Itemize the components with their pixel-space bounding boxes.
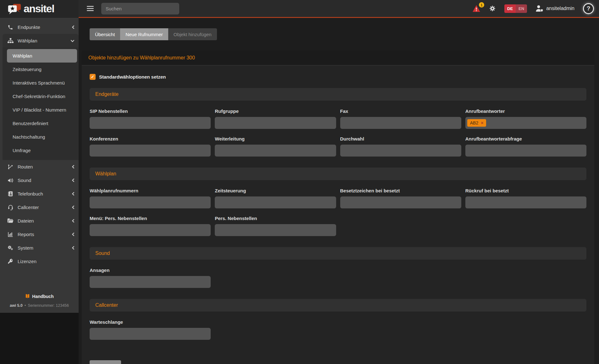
tag-remove-icon[interactable]: × [481,121,483,125]
submenu-item-nachtschaltung[interactable]: Nachtschaltung [7,130,77,144]
sidebar-item-reports[interactable]: Reports [0,228,79,241]
speech-bubble-star-icon [8,3,21,15]
field-label: Pers. Nebenstellen [215,216,336,221]
username: ansiteladmin [546,6,574,11]
standard-options-label: Standardwähloptionen setzen [99,74,166,80]
sidebar-item-lizenzen[interactable]: Lizenzen [0,255,79,268]
tab-uebersicht[interactable]: Übersicht [90,28,120,40]
hamburger-menu-icon[interactable] [87,6,94,11]
field-weiterleitung: Weiterleitung [215,136,336,157]
submenu-item-vip-blacklist[interactable]: VIP / Blacklist - Nummern [7,103,77,117]
field-pers-nebenstellen: Pers. Nebenstellen [215,216,336,236]
waehlplan-submenu: Wählplan Zeitsteuerung Interaktives Spra… [3,47,79,160]
headset-icon [7,204,14,210]
bar-chart-icon [7,232,14,237]
standard-options-checkbox[interactable]: ✓ [90,74,96,80]
field-input-durchwahl[interactable] [340,145,461,157]
submenu-item-umfrage[interactable]: Umfrage [7,144,77,157]
field-label: Konferenzen [90,136,211,141]
standard-options-row: ✓ Standardwähloptionen setzen [90,74,586,80]
field-input-ansagen[interactable] [90,276,211,288]
section-header-sound: Sound [90,247,586,260]
field-menu-pers-nebenstellen: Menü: Pers. Nebenstellen [90,216,211,236]
submenu-item-benutzerdefiniert[interactable]: Benutzerdefiniert [7,117,77,130]
user-menu[interactable]: ansiteladmin [535,5,574,12]
submenu-item-interaktives-sprachmenu[interactable]: Interaktives Sprachmenü [7,76,77,90]
alerts-button[interactable]: 1 [472,5,480,12]
field-durchwahl: Durchwahl [340,136,461,157]
field-input-anrufbeantworter[interactable]: AB2 × [465,117,586,129]
selected-tag-ab2[interactable]: AB2 × [467,119,486,127]
topbar-main: 1 DE EN [79,0,599,18]
address-book-icon [7,191,14,197]
tab-neue-rufnummer[interactable]: Neue Rufnummer [120,28,168,40]
field-rueckruf: Rückruf bei besetzt [465,188,586,208]
sidebar-item-label: Lizenzen [18,259,36,264]
field-input-warteschlange[interactable] [90,328,211,340]
field-anrufbeantworterabfrage: Anrufbeantworterabfrage [465,136,586,157]
field-input-menu-pers-nebenstellen[interactable] [90,224,211,236]
submenu-item-zeitsteuerung[interactable]: Zeitsteuerung [7,63,77,76]
submit-button[interactable]: Absenden [90,360,121,364]
app-window: ansitel 1 [0,0,599,364]
topbar-actions: 1 DE EN [472,3,593,14]
field-label: Fax [340,108,461,114]
field-sip-nebenstellen: SIP Nebenstellen [90,108,211,129]
chevron-left-icon [72,165,75,169]
section-header-callcenter: Callcenter [90,299,586,312]
language-switch: DE EN [504,4,527,13]
phone-icon [7,25,14,30]
field-ansagen: Ansagen [90,267,211,288]
chevron-left-icon [72,246,75,250]
field-input-zeitsteuerung[interactable] [215,196,336,208]
form-panel: Objekte hinzufügen zu Wählplanrufnummer … [82,51,594,364]
field-input-sip-nebenstellen[interactable] [90,117,211,129]
field-input-waehlplanrufnummern[interactable] [90,196,211,208]
field-label: Ansagen [90,267,211,273]
field-anrufbeantworter: Anrufbeantworter AB2 × [465,108,586,129]
sidebar-item-label: System [18,245,33,251]
sidebar-item-system[interactable]: System [0,241,79,255]
field-label: Zeitsteuerung [215,188,336,193]
field-input-anrufbeantworterabfrage[interactable] [465,145,586,157]
brand-logo[interactable]: ansitel [0,0,79,18]
version-info: awi 5.0•Seriennummer: 123456 [0,303,79,308]
sidebar-item-label: Routen [18,164,33,169]
section-fields-endgeraete: SIP Nebenstellen Rufgruppe Fax Anru [90,108,586,157]
field-input-fax[interactable] [340,117,461,129]
field-input-pers-nebenstellen[interactable] [215,224,336,236]
language-en-button[interactable]: EN [516,4,527,13]
section-header-endgeraete: Endgeräte [90,88,586,101]
sidebar-item-routen[interactable]: Routen [0,160,79,174]
sidebar-item-telefonbuch[interactable]: Telefonbuch [0,187,79,201]
field-besetztzeichen: Besetztzeichen bei besetzt [340,188,461,208]
submenu-item-chef-sekretaerin[interactable]: Chef-Sekretärin-Funktion [7,90,77,103]
chevron-left-icon [72,205,75,209]
field-input-rueckruf[interactable] [465,196,586,208]
field-input-besetztzeichen[interactable] [340,196,461,208]
sidebar-item-waehlplan[interactable]: Wählplan [3,34,79,47]
sidebar-item-sound[interactable]: Sound [0,174,79,187]
sidebar-item-label: Telefonbuch [18,191,43,196]
field-label: Anrufbeantworterabfrage [465,136,586,141]
field-input-weiterleitung[interactable] [215,145,336,157]
field-warteschlange: Warteschlange [90,319,211,340]
search-input[interactable] [101,3,179,14]
sidebar-item-callcenter[interactable]: Callcenter [0,201,79,214]
language-de-button[interactable]: DE [504,4,516,13]
book-icon [25,294,30,299]
sidebar-item-dateien[interactable]: Dateien [0,214,79,228]
field-rufgruppe: Rufgruppe [215,108,336,129]
serial-number: Seriennummer: 123456 [28,303,69,308]
submenu-item-waehlplan[interactable]: Wählplan [7,49,77,63]
field-input-rufgruppe[interactable] [215,117,336,129]
field-input-konferenzen[interactable] [90,145,211,157]
manual-link[interactable]: Handbuch [25,294,53,299]
help-icon[interactable]: ? [583,3,594,14]
sidebar-item-endpunkte[interactable]: Endpunkte [0,20,79,34]
field-label: Rückruf bei besetzt [465,188,586,193]
manual-label: Handbuch [32,294,53,299]
section-fields-waehlplan: Wählplanrufnummern Zeitsteuerung Besetzt… [90,188,586,236]
tab-objekt-hinzufuegen[interactable]: Objekt hinzufügen [168,28,217,40]
settings-gear-icon[interactable] [489,5,496,12]
